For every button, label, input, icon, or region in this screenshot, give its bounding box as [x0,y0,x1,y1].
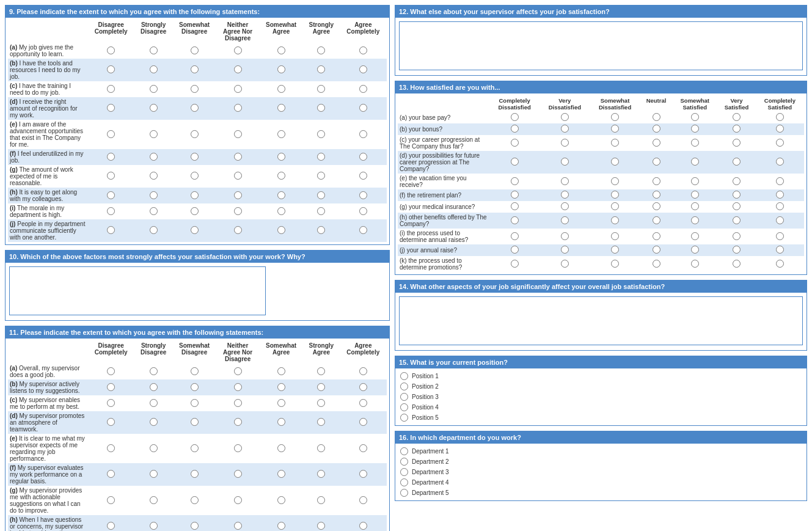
q13-radio-row-8-col-2[interactable] [611,232,619,240]
q13-row-2-col-4[interactable] [672,135,717,151]
q13-row-1-col-4[interactable] [672,123,717,135]
q13-radio-row-4-col-4[interactable] [691,177,699,185]
q15-radio-0[interactable] [400,372,408,380]
q9-row-5-col-4[interactable] [259,149,303,165]
q9-radio-row-5-col-3[interactable] [234,153,242,161]
q11-row-4-col-2[interactable] [172,434,216,463]
q9-row-0-col-4[interactable] [259,43,303,59]
q9-row-3-col-2[interactable] [172,97,216,120]
q9-row-7-col-3[interactable] [216,188,259,203]
q13-row-5-col-4[interactable] [672,189,717,201]
q9-radio-row-7-col-2[interactable] [191,191,199,199]
q13-row-7-col-1[interactable] [540,213,590,229]
q9-radio-row-7-col-5[interactable] [317,191,325,199]
q11-row-1-col-5[interactable] [303,379,339,395]
q13-radio-row-8-col-0[interactable] [511,232,519,240]
q11-radio-row-5-col-1[interactable] [150,470,158,478]
q10-textarea[interactable] [9,266,266,315]
q9-row-8-col-4[interactable] [259,203,303,219]
q9-row-2-col-6[interactable] [340,81,387,97]
q13-row-2-col-5[interactable] [717,135,756,151]
q13-radio-row-9-col-3[interactable] [653,246,660,254]
q9-radio-row-0-col-0[interactable] [107,46,115,54]
q9-radio-row-5-col-2[interactable] [191,153,199,161]
q11-radio-row-6-col-4[interactable] [277,496,285,504]
q11-radio-row-6-col-6[interactable] [359,496,367,504]
q11-radio-row-5-col-3[interactable] [234,470,242,478]
q9-radio-row-9-col-0[interactable] [107,226,115,234]
q9-radio-row-6-col-0[interactable] [107,172,115,180]
q11-row-3-col-2[interactable] [172,411,216,434]
q9-row-9-col-1[interactable] [134,219,172,242]
q13-radio-row-6-col-3[interactable] [653,202,660,210]
q13-row-2-col-6[interactable] [756,135,804,151]
q13-radio-row-3-col-5[interactable] [733,158,741,166]
q9-row-0-col-5[interactable] [303,43,339,59]
q9-row-5-col-1[interactable] [134,149,172,165]
q9-row-3-col-5[interactable] [303,97,339,120]
q9-row-6-col-5[interactable] [303,165,339,188]
q9-radio-row-3-col-0[interactable] [107,104,115,112]
q11-radio-row-7-col-3[interactable] [234,522,242,530]
q13-radio-row-6-col-4[interactable] [691,202,699,210]
q13-radio-row-2-col-4[interactable] [691,139,699,147]
q9-row-4-col-4[interactable] [259,120,303,149]
q9-row-8-col-0[interactable] [87,203,134,219]
q16-radio-3[interactable] [400,478,408,486]
q13-row-6-col-4[interactable] [672,201,717,213]
q13-row-4-col-6[interactable] [756,174,804,189]
q11-row-0-col-6[interactable] [340,364,387,379]
q11-radio-row-5-col-6[interactable] [359,470,367,478]
q9-radio-row-0-col-3[interactable] [234,46,242,54]
q9-row-2-col-2[interactable] [172,81,216,97]
q13-row-7-col-4[interactable] [672,213,717,229]
q11-radio-row-0-col-4[interactable] [277,367,285,375]
q9-row-1-col-2[interactable] [172,59,216,81]
q9-radio-row-5-col-5[interactable] [317,153,325,161]
q13-row-9-col-2[interactable] [590,244,640,256]
q13-row-4-col-1[interactable] [540,174,590,189]
q13-radio-row-9-col-6[interactable] [776,246,784,254]
q13-row-5-col-2[interactable] [590,189,640,201]
q13-row-9-col-1[interactable] [540,244,590,256]
q9-radio-row-7-col-6[interactable] [359,191,367,199]
q11-row-1-col-3[interactable] [216,379,259,395]
q9-radio-row-4-col-3[interactable] [234,130,242,138]
q13-row-1-col-6[interactable] [756,123,804,135]
q9-radio-row-4-col-6[interactable] [359,130,367,138]
q11-row-0-col-3[interactable] [216,364,259,379]
q9-row-0-col-0[interactable] [87,43,134,59]
q13-row-7-col-0[interactable] [489,213,540,229]
q9-radio-row-0-col-4[interactable] [277,46,285,54]
q9-row-6-col-0[interactable] [87,165,134,188]
q13-row-1-col-1[interactable] [540,123,590,135]
q13-radio-row-2-col-5[interactable] [733,139,741,147]
q13-radio-row-4-col-6[interactable] [776,177,784,185]
q9-radio-row-3-col-1[interactable] [150,104,158,112]
q13-radio-row-9-col-4[interactable] [691,246,699,254]
q13-radio-row-0-col-5[interactable] [733,113,741,121]
q11-row-1-col-4[interactable] [259,379,303,395]
q11-row-0-col-4[interactable] [259,364,303,379]
q13-row-0-col-0[interactable] [489,112,540,123]
q9-row-1-col-5[interactable] [303,59,339,81]
q9-radio-row-8-col-5[interactable] [317,207,325,215]
q9-row-7-col-0[interactable] [87,188,134,203]
q13-radio-row-0-col-4[interactable] [691,113,699,121]
q9-row-3-col-6[interactable] [340,97,387,120]
q9-radio-row-3-col-6[interactable] [359,104,367,112]
q11-radio-row-3-col-5[interactable] [317,418,325,426]
q13-radio-row-0-col-0[interactable] [511,113,519,121]
q13-row-1-col-5[interactable] [717,123,756,135]
q9-radio-row-4-col-0[interactable] [107,130,115,138]
q9-radio-row-8-col-6[interactable] [359,207,367,215]
q11-radio-row-0-col-6[interactable] [359,367,367,375]
q9-radio-row-2-col-3[interactable] [234,85,242,93]
q11-row-2-col-5[interactable] [303,395,339,411]
q13-radio-row-5-col-3[interactable] [653,191,660,199]
q11-row-3-col-5[interactable] [303,411,339,434]
q9-radio-row-4-col-5[interactable] [317,130,325,138]
q13-row-7-col-2[interactable] [590,213,640,229]
q13-row-10-col-2[interactable] [590,256,640,272]
q9-row-6-col-4[interactable] [259,165,303,188]
